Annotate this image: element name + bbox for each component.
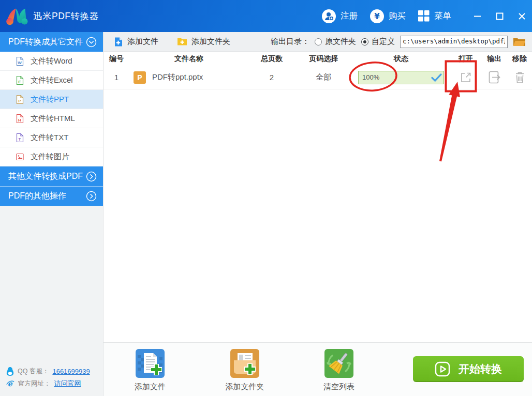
sidebar-item-ppt[interactable]: P 文件转PPT xyxy=(0,90,103,109)
menu-grid-icon xyxy=(418,10,430,22)
svg-text:P: P xyxy=(18,98,21,103)
minimize-icon[interactable] xyxy=(472,11,482,21)
buy-button[interactable]: ¥ 购买 xyxy=(370,9,406,23)
bottom-bar: 添加文件 添加文件夹 xyxy=(104,342,532,396)
visit-site-link[interactable]: 访问官网 xyxy=(54,379,81,388)
progress-value: 100% xyxy=(359,73,379,81)
add-folder-label: 添加文件夹 xyxy=(191,37,230,47)
row-pages: 2 xyxy=(248,73,295,82)
qq-number-link[interactable]: 1661699939 xyxy=(52,368,90,375)
sidebar-item-word[interactable]: W 文件转Word xyxy=(0,52,103,71)
add-file-big-button[interactable]: 添加文件 xyxy=(119,343,181,392)
sidebar-item-excel[interactable]: E 文件转Excel xyxy=(0,71,103,90)
sidebar-item-image[interactable]: 文件转图片 xyxy=(0,147,103,166)
add-file-icon xyxy=(114,37,123,47)
output-icon xyxy=(489,71,500,84)
clear-list-label: 清空列表 xyxy=(308,382,370,392)
start-convert-button[interactable]: 开始转换 xyxy=(413,356,524,382)
remove-file-button[interactable] xyxy=(514,71,525,84)
col-remove: 移除 xyxy=(507,54,532,64)
close-icon[interactable] xyxy=(516,11,527,21)
add-file-label: 添加文件 xyxy=(127,37,158,47)
qq-service-label: QQ 客服： xyxy=(18,367,49,376)
row-index: 1 xyxy=(104,73,129,82)
svg-text:H: H xyxy=(18,117,21,122)
qq-icon xyxy=(6,367,14,376)
add-file-big-label: 添加文件 xyxy=(119,382,181,392)
radio-original-folder[interactable]: 原文件夹 xyxy=(315,37,356,47)
progress-bar: 100% xyxy=(358,71,444,84)
radio-custom-label: 自定义 xyxy=(372,37,395,47)
chevron-right-circle-icon xyxy=(86,171,97,182)
start-convert-label: 开始转换 xyxy=(459,362,502,376)
open-output-button[interactable] xyxy=(489,71,500,84)
add-file-big-icon xyxy=(136,349,165,378)
svg-text:W: W xyxy=(18,60,22,65)
browse-folder-button[interactable] xyxy=(513,37,526,47)
register-button[interactable]: 注册 xyxy=(322,9,358,23)
toolbar: 添加文件 添加文件夹 输出目录： 原文件夹 xyxy=(104,32,532,52)
sidebar-item-label: 文件转Excel xyxy=(31,75,73,85)
clear-list-icon xyxy=(324,349,353,378)
radio-custom-folder[interactable]: 自定义 xyxy=(361,37,395,47)
sidebar-item-label: 文件转Word xyxy=(31,56,72,66)
col-output: 输出 xyxy=(481,54,507,64)
clear-list-button[interactable]: 清空列表 xyxy=(308,343,370,392)
add-folder-big-button[interactable]: 添加文件夹 xyxy=(214,343,276,392)
output-dir-label: 输出目录： xyxy=(271,37,309,47)
sidebar-section-pdf-other-ops[interactable]: PDF的其他操作 xyxy=(0,186,103,206)
doc-ppt-icon: P xyxy=(16,95,24,104)
menu-button[interactable]: 菜单 xyxy=(418,10,451,22)
main-area: 添加文件 添加文件夹 输出目录： 原文件夹 xyxy=(104,32,532,396)
maximize-icon[interactable] xyxy=(494,11,505,21)
col-filename: 文件名称 xyxy=(129,54,248,64)
titlebar-actions: 注册 ¥ 购买 菜单 xyxy=(322,0,451,32)
menu-label: 菜单 xyxy=(434,10,451,22)
sidebar-section-pdf-to-other[interactable]: PDF转换成其它文件 xyxy=(0,32,103,52)
doc-txt-icon: T xyxy=(16,133,24,143)
add-folder-icon xyxy=(177,37,187,46)
app-logo-icon xyxy=(5,5,29,29)
col-status: 状态 xyxy=(352,54,450,64)
row-page-selection: 全部 xyxy=(295,72,352,82)
sidebar-item-txt[interactable]: T 文件转TXT xyxy=(0,128,103,147)
radio-original-label: 原文件夹 xyxy=(325,37,356,47)
open-external-icon xyxy=(459,71,472,84)
doc-excel-icon: E xyxy=(16,75,24,85)
app-title: 迅米PDF转换器 xyxy=(33,0,99,32)
ie-icon: e xyxy=(6,379,14,388)
play-icon xyxy=(435,361,450,377)
output-path-input[interactable] xyxy=(400,36,508,48)
sidebar-section-other-to-pdf[interactable]: 其他文件转换成PDF xyxy=(0,166,103,186)
svg-text:T: T xyxy=(19,136,21,141)
browse-folder-icon xyxy=(513,37,526,47)
add-folder-button[interactable]: 添加文件夹 xyxy=(177,37,230,47)
radio-custom-circle-icon xyxy=(361,38,368,45)
add-folder-big-icon xyxy=(230,349,259,378)
sidebar-item-html[interactable]: H 文件转HTML xyxy=(0,109,103,128)
titlebar: 迅米PDF转换器 注册 ¥ xyxy=(0,0,532,32)
sidebar-item-label: 文件转TXT xyxy=(31,133,68,143)
doc-word-icon: W xyxy=(16,56,24,66)
sidebar-section-label: 其他文件转换成PDF xyxy=(8,171,83,182)
doc-html-icon: H xyxy=(16,114,24,124)
col-open: 打开 xyxy=(450,54,481,64)
doc-image-icon xyxy=(16,152,24,162)
add-folder-big-label: 添加文件夹 xyxy=(214,382,276,392)
buy-label: 购买 xyxy=(389,10,406,22)
col-page-selection: 页码选择 xyxy=(295,54,352,64)
official-site-label: 官方网址： xyxy=(18,379,51,388)
sidebar-item-label: 文件转HTML xyxy=(31,114,75,124)
open-file-button[interactable] xyxy=(459,71,472,84)
add-file-button[interactable]: 添加文件 xyxy=(114,37,158,47)
register-label: 注册 xyxy=(341,10,358,22)
row-status-cell: 100% xyxy=(352,71,450,84)
sidebar: PDF转换成其它文件 W 文件转Word xyxy=(0,32,104,396)
window-controls xyxy=(472,0,527,32)
sidebar-footer: QQ 客服： 1661699939 e 官方网址： 访问官网 xyxy=(6,365,90,390)
svg-text:¥: ¥ xyxy=(374,12,380,21)
trash-icon xyxy=(514,71,525,84)
chevron-right-circle-icon xyxy=(86,191,97,202)
chevron-down-circle-icon xyxy=(86,37,97,48)
app-window: 迅米PDF转换器 注册 ¥ xyxy=(0,0,532,396)
